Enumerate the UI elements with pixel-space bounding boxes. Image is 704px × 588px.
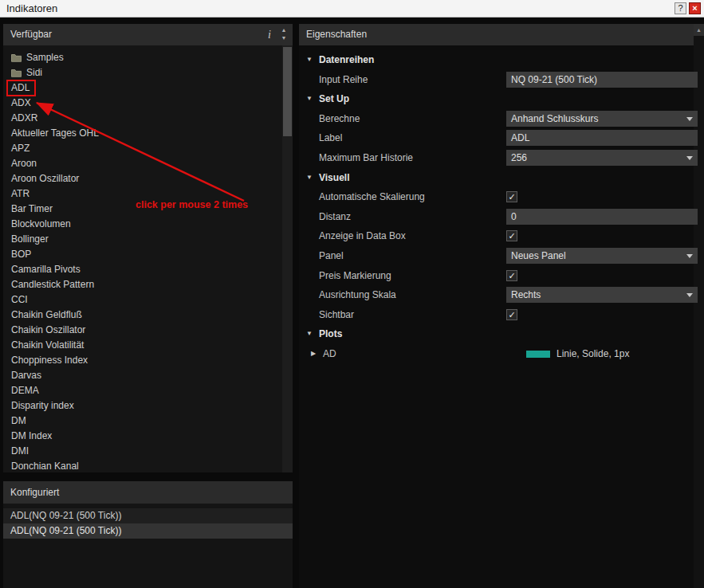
group-set-up[interactable]: ▼ Set Up	[299, 89, 694, 109]
available-panel: Verfügbar i ▲ ▼ Samples Sidi ADL ADX ADX…	[3, 24, 293, 472]
scroll-up-icon[interactable]: ▲	[694, 24, 704, 36]
available-item[interactable]: DMI	[3, 444, 293, 459]
available-item[interactable]: Chaikin Geldfluß	[3, 308, 293, 323]
check-icon: ✓	[507, 310, 517, 319]
available-item[interactable]: Aroon	[3, 156, 293, 171]
available-item[interactable]: Sidi	[3, 65, 293, 80]
available-item[interactable]: ATR	[3, 186, 293, 202]
available-item[interactable]: ADXR	[3, 111, 293, 126]
close-button[interactable]: ×	[689, 2, 701, 14]
prop-row-sichtbar: Sichtbar ✓	[299, 305, 694, 325]
chevron-down-icon	[686, 117, 693, 121]
available-item[interactable]: DEMA	[3, 383, 293, 398]
available-item[interactable]: Darvas	[3, 368, 293, 383]
group-visuell[interactable]: ▼ Visuell	[299, 168, 694, 188]
prop-label: Berechne	[319, 109, 360, 129]
plot-label: AD	[323, 344, 336, 364]
prop-label: Ausrichtung Skala	[319, 285, 396, 305]
group-label: Set Up	[319, 89, 349, 109]
available-item-label: DM Index	[11, 429, 52, 444]
available-item-label: Sidi	[26, 65, 42, 80]
group-label: Visuell	[319, 168, 349, 188]
properties-scrollbar[interactable]: ▲	[694, 24, 704, 588]
available-item-label: ADL	[11, 80, 29, 96]
title-bar: Indikatoren ? ×	[0, 0, 704, 18]
prop-row-ausrichtung-skala: Ausrichtung Skala Rechts	[299, 285, 694, 305]
prop-row-input-reihe: Input Reihe NQ 09-21 (500 Tick)	[299, 70, 694, 90]
input-reihe-field[interactable]: NQ 09-21 (500 Tick)	[506, 72, 698, 88]
available-item[interactable]: Chaikin Volatilität	[3, 338, 293, 353]
label-field[interactable]: ADL	[506, 130, 698, 146]
available-item[interactable]: DM Index	[3, 429, 293, 444]
prop-label: Preis Markierung	[319, 266, 391, 286]
available-item-label: Chaikin Volatilität	[11, 338, 84, 353]
available-item-adl[interactable]: ADL	[3, 80, 293, 96]
preis-markierung-checkbox[interactable]: ✓	[506, 270, 517, 281]
configured-item-selected[interactable]: ADL(NQ 09-21 (500 Tick))	[3, 523, 293, 539]
available-item[interactable]: Samples	[3, 50, 293, 65]
available-item-label: Blockvolumen	[11, 217, 71, 232]
scroll-up-icon[interactable]: ▲	[278, 26, 289, 34]
distanz-field[interactable]: 0	[506, 209, 698, 225]
available-item-label: DMI	[11, 444, 29, 459]
available-item[interactable]: Donchian Kanal	[3, 459, 293, 472]
window-title: Indikatoren	[6, 2, 57, 14]
prop-row-maximum-bar-historie: Maximum Bar Historie 256	[299, 148, 694, 168]
chevron-down-icon: ▼	[306, 168, 313, 188]
available-item-label: Bollinger	[11, 232, 49, 247]
available-item-label: Candlestick Pattern	[11, 277, 94, 292]
available-item[interactable]: Bar Timer	[3, 202, 293, 217]
prop-row-panel: Panel Neues Panel	[299, 246, 694, 266]
scroll-down-icon[interactable]: ▼	[278, 34, 289, 42]
sichtbar-checkbox[interactable]: ✓	[506, 309, 517, 320]
available-item-label: Darvas	[11, 368, 41, 383]
available-item[interactable]: BOP	[3, 247, 293, 262]
group-plots[interactable]: ▼ Plots	[299, 324, 694, 344]
prop-row-plot-ad: ▶ AD Linie, Solide, 1px	[299, 344, 694, 364]
available-item[interactable]: Bollinger	[3, 232, 293, 247]
group-datenreihen[interactable]: ▼ Datenreihen	[299, 50, 694, 70]
available-item-label: Chaikin Geldfluß	[11, 308, 82, 323]
available-item[interactable]: Candlestick Pattern	[3, 277, 293, 292]
available-item[interactable]: Disparity index	[3, 398, 293, 414]
available-item-label: Disparity index	[11, 398, 74, 414]
available-item[interactable]: APZ	[3, 141, 293, 156]
help-button[interactable]: ?	[675, 2, 686, 14]
folder-icon	[11, 69, 22, 77]
prop-row-anzeige-in-data-box: Anzeige in Data Box ✓	[299, 226, 694, 246]
available-item[interactable]: Aktueller Tages OHL	[3, 126, 293, 141]
available-item[interactable]: Chaikin Oszillator	[3, 323, 293, 338]
ausrichtung-skala-select[interactable]: Rechts	[506, 287, 698, 303]
configured-header-label: Konfiguriert	[10, 487, 59, 498]
available-item[interactable]: DM	[3, 414, 293, 429]
group-label: Datenreihen	[319, 50, 374, 70]
available-header: Verfügbar i ▲ ▼	[3, 24, 293, 45]
anzeige-in-data-box-checkbox[interactable]: ✓	[506, 230, 517, 241]
chevron-right-icon[interactable]: ▶	[311, 344, 316, 364]
automatische-skalierung-checkbox[interactable]: ✓	[506, 191, 517, 202]
prop-label: Sichtbar	[319, 305, 354, 325]
available-item[interactable]: Camarilla Pivots	[3, 262, 293, 277]
available-item-label: BOP	[11, 247, 31, 262]
available-scrollbar[interactable]	[282, 45, 293, 472]
available-item[interactable]: Choppiness Index	[3, 353, 293, 368]
header-spinner: ▲ ▼	[278, 26, 289, 42]
info-icon[interactable]: i	[268, 24, 271, 45]
configured-item[interactable]: ADL(NQ 09-21 (500 Tick))	[3, 508, 293, 523]
prop-label: Maximum Bar Historie	[319, 148, 413, 168]
berechne-select[interactable]: Anhand Schlusskurs	[506, 111, 698, 127]
panel-select[interactable]: Neues Panel	[506, 248, 698, 264]
available-item[interactable]: Blockvolumen	[3, 217, 293, 232]
prop-label: Panel	[319, 246, 344, 266]
properties-panel: Eigenschaften ▲ ▼ Datenreihen Input Reih…	[299, 24, 704, 588]
chevron-down-icon	[686, 254, 693, 258]
available-item[interactable]: Aroon Oszillator	[3, 171, 293, 186]
available-item[interactable]: ADX	[3, 96, 293, 111]
available-item-label: Samples	[26, 50, 64, 65]
prop-label: Input Reihe	[319, 70, 368, 90]
scrollbar-thumb[interactable]	[283, 47, 292, 136]
properties-header-label: Eigenschaften	[306, 29, 367, 40]
check-icon: ✓	[507, 231, 517, 241]
maximum-bar-historie-select[interactable]: 256	[506, 150, 698, 166]
available-item[interactable]: CCI	[3, 292, 293, 308]
